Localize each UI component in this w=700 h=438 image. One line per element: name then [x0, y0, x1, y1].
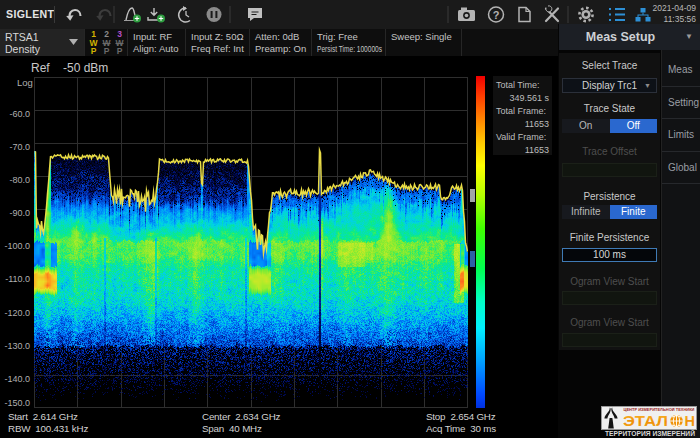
svg-text:ЦЕНТР ИЗМЕРИТЕЛЬНОЙ ТЕХНИКИ: ЦЕНТР ИЗМЕРИТЕЛЬНОЙ ТЕХНИКИ — [624, 408, 695, 412]
svg-text:ТЕРРИТОРИЯ ИЗМЕРЕНИЙ: ТЕРРИТОРИЯ ИЗМЕРЕНИЙ — [605, 429, 695, 437]
svg-text:?: ? — [493, 9, 500, 21]
svg-text:ЭТАЛ: ЭТАЛ — [623, 413, 668, 429]
svg-text:Н: Н — [685, 413, 696, 429]
